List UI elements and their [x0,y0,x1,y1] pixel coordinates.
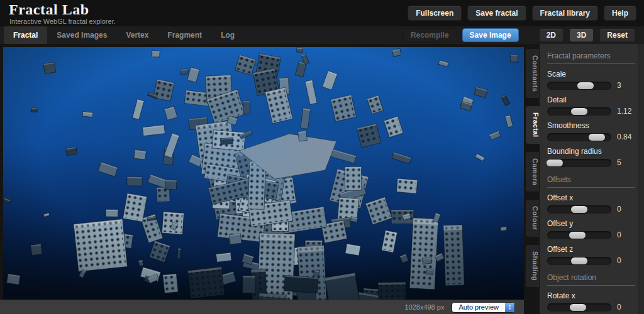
slider-track[interactable] [547,82,611,90]
app-subtitle: Interactive WebGL fractal explorer. [9,18,116,25]
toolbar-actions: Recompile Save Image 2D 3D Reset [403,28,635,42]
canvas-status-bar: 1028x498 px Auto preview ▴▾ [0,300,524,314]
preview-mode-value: Auto preview [452,303,505,312]
slider-value: 0 [617,230,621,239]
slider-label: Scale [547,70,644,78]
slider-label: Detail [547,95,644,104]
save-image-button[interactable]: Save Image [462,28,519,42]
slider-track[interactable] [547,159,611,167]
sliders-offsets: Offset x 0 Offset y 0 Offset z 0 [547,193,644,265]
main-tab[interactable]: Vertex [116,26,158,44]
recompile-button[interactable]: Recompile [403,28,457,42]
app-title: Fractal Lab [9,1,89,18]
mode-3d-button[interactable]: 3D [569,28,594,42]
side-tab[interactable]: Colour [526,200,539,236]
slider-label: Smoothness [547,121,644,130]
slider-value: 1.12 [617,107,631,116]
slider-value: 5 [617,158,621,167]
slider-value: 3 [617,81,621,90]
slider-value: 0 [617,256,621,265]
slider-value: 0 [617,303,621,311]
section-title-offsets: Offsets [547,175,635,188]
render-dimensions: 1028x498 px [404,303,444,311]
slider-thumb[interactable] [570,304,586,311]
sliders-object-rotation: Rotate x 0 Rotate y 0 Rotate z 0 [547,291,644,314]
slider-group: Scale 3 [547,70,644,90]
slider-track[interactable] [547,303,611,311]
preview-mode-select[interactable]: Auto preview ▴▾ [452,302,515,313]
slider-row: 0 [547,230,644,239]
slider-group: Smoothness 0.84 [547,121,644,141]
slider-label: Rotate x [547,291,644,300]
reset-button[interactable]: Reset [599,28,635,42]
slider-thumb[interactable] [569,232,586,239]
slider-group: Detail 1.12 [547,95,644,116]
slider-thumb[interactable] [571,206,587,213]
fractal-3d-render [3,47,524,300]
slider-thumb[interactable] [571,108,587,115]
slider-label: Offset z [547,245,644,254]
main-tab-group: Fractal Saved Images Vertex Fragment Log [4,26,244,44]
header-button[interactable]: Fullscreen [408,6,462,21]
section-title-object-rotation: Object rotation [547,273,635,286]
slider-group: Bounding radius 5 [547,147,644,167]
panel-scroll-gutter[interactable] [638,44,644,314]
slider-track[interactable] [547,205,611,214]
main-tab[interactable]: Log [211,26,244,44]
slider-thumb[interactable] [589,134,605,141]
main-tab[interactable]: Fragment [158,26,211,44]
slider-group: Offset x 0 [547,193,644,214]
slider-value: 0 [617,205,621,214]
slider-track[interactable] [547,107,611,116]
side-tab[interactable]: Constants [526,49,539,98]
slider-track[interactable] [547,257,611,265]
section-title-fractal-parameters: Fractal parameters [547,51,635,64]
slider-label: Offset x [547,193,644,202]
side-tab[interactable]: Fractal [526,106,540,144]
select-stepper-icon: ▴▾ [505,303,514,312]
slider-row: 0 [547,256,644,265]
slider-group: Offset y 0 [547,219,644,239]
app-header: Fractal Lab Interactive WebGL fractal ex… [0,0,644,26]
slider-value: 0.84 [617,133,631,141]
main-tab[interactable]: Fractal [4,26,47,44]
header-button[interactable]: Save fractal [467,6,526,21]
slider-thumb[interactable] [577,82,594,89]
slider-row: 1.12 [547,107,644,116]
slider-group: Rotate x 0 [547,291,644,311]
side-tab[interactable]: Shading [526,245,539,287]
parameter-panel: Fractal parameters Scale 3 Detail 1.12 S… [540,44,644,314]
toolbar: Fractal Saved Images Vertex Fragment Log… [0,26,644,44]
main-tab[interactable]: Saved Images [47,26,116,44]
slider-row: 0.84 [547,133,644,141]
slider-label: Bounding radius [547,147,644,156]
slider-label: Offset y [547,219,644,228]
slider-thumb[interactable] [571,257,587,264]
header-button[interactable]: Help [604,6,636,21]
slider-thumb[interactable] [547,160,563,166]
sliders-fractal-parameters: Scale 3 Detail 1.12 Smoothness 0.84 Boun… [547,70,644,167]
header-button[interactable]: Fractal library [532,6,598,21]
side-tab-group: Constants Fractal Camera Colour Shading [526,44,540,295]
slider-track[interactable] [547,231,611,239]
mode-2d-button[interactable]: 2D [539,28,564,42]
slider-row: 0 [547,205,644,214]
slider-track[interactable] [547,133,611,141]
slider-row: 5 [547,158,644,167]
side-tab[interactable]: Camera [526,152,539,192]
slider-row: 0 [547,303,644,311]
slider-row: 3 [547,81,644,90]
slider-group: Offset z 0 [547,245,644,265]
header-button-group: Fullscreen Save fractal Fractal library … [408,6,636,21]
fractal-render-canvas[interactable] [3,47,524,300]
